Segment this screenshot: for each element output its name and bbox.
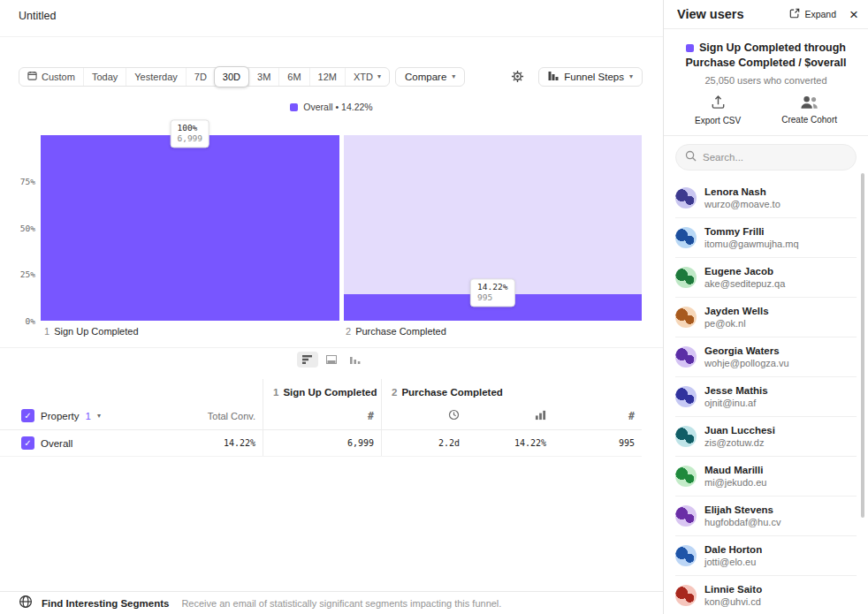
user-row[interactable]: Lenora Nashwurzo@moave.to: [675, 178, 857, 218]
select-all-checkbox[interactable]: ✓: [21, 409, 34, 422]
date-range-control: Custom Today Yesterday 7D 30D 3M 6M 12M …: [19, 67, 390, 87]
user-row[interactable]: Eugene Jacobake@seditepuz.qa: [675, 258, 857, 298]
chart-legend: Overall • 14.22%: [0, 102, 663, 112]
time-to-convert-icon: [448, 409, 460, 422]
compare-button[interactable]: Compare ▾: [395, 67, 465, 87]
x-axis: 1Sign Up Completed 2Purchase Completed: [0, 326, 663, 338]
range-custom-label: Custom: [42, 72, 75, 82]
range-12m-button[interactable]: 12M: [309, 68, 345, 86]
export-csv-label: Export CSV: [695, 116, 741, 125]
funnel-bar-step2-fill: 14.22% 995: [344, 294, 643, 321]
user-search[interactable]: [675, 144, 857, 171]
avatar: [675, 187, 697, 208]
range-custom-button[interactable]: Custom: [19, 68, 83, 86]
range-3m-button[interactable]: 3M: [248, 68, 278, 86]
panel-actions: Export CSV Create Cohort: [664, 86, 868, 136]
chevron-down-icon[interactable]: ▾: [97, 412, 101, 420]
plot-area: 100% 6,999 14.22% 995: [41, 135, 642, 321]
toolbar: Custom Today Yesterday 7D 30D 3M 6M 12M …: [19, 66, 643, 87]
app-root: Untitled Custom Today Yesterday 7D 30D 3…: [0, 0, 868, 614]
report-title[interactable]: Untitled: [19, 10, 56, 22]
total-conv-header: Total Conv.: [177, 402, 263, 429]
cell-step2-count: 995: [553, 430, 642, 456]
settings-gear-icon[interactable]: [511, 70, 524, 83]
y-axis-tick: 25%: [0, 269, 35, 279]
cell-step1-count: 6,999: [263, 430, 381, 456]
table-header-row: ✓ Property 1 ▾ Total Conv. # #: [0, 402, 642, 430]
expand-label: Expand: [804, 9, 836, 19]
user-row[interactable]: Jesse Mathisojnit@inu.af: [675, 377, 857, 417]
user-row[interactable]: Dale Hortonjotti@elo.eu: [675, 536, 857, 576]
user-row[interactable]: Georgia Waterswohje@pollogza.vu: [675, 337, 857, 377]
x-axis-label-step2: 2Purchase Completed: [346, 326, 446, 337]
cell-step2-time: 2.2d: [381, 430, 467, 456]
range-yesterday-button[interactable]: Yesterday: [126, 68, 186, 86]
chevron-down-icon: ▾: [629, 72, 633, 80]
group-header-step1: 1 Sign Up Completed: [263, 379, 381, 402]
avatar: [675, 585, 697, 606]
expand-icon: [789, 8, 800, 20]
chart-controls: Funnel Steps ▾: [511, 67, 643, 87]
y-axis-tick: 0%: [0, 316, 35, 326]
funnel-swatch: [686, 44, 694, 52]
user-row[interactable]: Jayden Wellspe@ok.nl: [675, 298, 857, 337]
user-row[interactable]: Juan Lucchesizis@zotuw.dz: [675, 417, 857, 457]
property-label[interactable]: Property: [41, 411, 79, 421]
range-xtd-button[interactable]: XTD ▾: [345, 68, 389, 86]
find-segments-link[interactable]: Find Interesting Segments: [42, 598, 169, 609]
bar-pct: 100%: [177, 123, 202, 133]
user-list: Lenora Nashwurzo@moave.to Tommy Frilliit…: [664, 178, 868, 614]
range-7d-button[interactable]: 7D: [186, 68, 215, 86]
search-section: [664, 136, 868, 178]
funnel-chart: 75% 50% 25% 0% 100% 6,999 14.22%: [0, 135, 663, 322]
segments-globe-icon: [19, 595, 33, 612]
y-axis-tick: 75%: [0, 177, 35, 186]
cell-step2-conv: 14.22%: [467, 430, 553, 456]
panel-title: View users: [677, 7, 744, 21]
close-icon[interactable]: ×: [849, 7, 858, 22]
avatar: [675, 386, 697, 407]
avatar: [675, 466, 697, 487]
row-label: Overall: [41, 438, 72, 449]
chevron-down-icon: ▾: [452, 72, 455, 80]
user-row[interactable]: Linnie Saitokon@uhvi.cd: [675, 576, 857, 614]
create-cohort-button[interactable]: Create Cohort: [781, 94, 837, 125]
avatar: [675, 545, 697, 566]
bar-value-label: 14.22% 995: [470, 279, 514, 307]
user-row[interactable]: Maud Marillimi@jekudo.eu: [675, 457, 857, 497]
user-row[interactable]: Elijah Stevenshugfobdaf@hu.cv: [675, 497, 857, 536]
range-6m-button[interactable]: 6M: [278, 68, 308, 86]
expand-button[interactable]: Expand: [789, 8, 836, 20]
count-icon: #: [368, 410, 374, 422]
view-vertical-bars-button[interactable]: [345, 352, 366, 368]
conversion-rate-icon: [535, 409, 546, 422]
scrollbar[interactable]: [861, 173, 864, 518]
avatar: [675, 346, 697, 368]
segments-footer: Find Interesting Segments Receive an ema…: [0, 591, 663, 614]
view-users-panel: View users Expand × Sign Up Completed th…: [663, 0, 868, 614]
funnel-bar-step1[interactable]: 100% 6,999: [41, 135, 339, 321]
avatar: [675, 227, 697, 248]
chart-view-toggles: [0, 347, 663, 371]
create-cohort-label: Create Cohort: [781, 115, 837, 125]
view-horizontal-bars-button[interactable]: [297, 352, 318, 368]
title-bar: Untitled: [0, 0, 663, 37]
avatar: [675, 505, 697, 527]
legend-label: Overall • 14.22%: [303, 102, 372, 112]
view-stacked-button[interactable]: [321, 352, 342, 368]
funnel-steps-button[interactable]: Funnel Steps ▾: [538, 67, 643, 87]
funnel-bar-step2[interactable]: 14.22% 995: [344, 135, 643, 321]
legend-swatch: [290, 103, 298, 111]
search-input[interactable]: [703, 152, 847, 163]
panel-subtitle: Sign Up Completed through Purchase Compl…: [685, 42, 846, 69]
user-row[interactable]: Tommy Frilliitomu@gawmujha.mq: [675, 218, 857, 258]
group-header-step2: 2 Purchase Completed: [381, 379, 642, 402]
row-checkbox[interactable]: ✓: [21, 436, 34, 450]
range-30d-button[interactable]: 30D: [214, 66, 249, 87]
table-group-header-row: 1 Sign Up Completed 2 Purchase Completed: [0, 379, 642, 402]
range-xtd-label: XTD: [354, 72, 373, 82]
range-today-button[interactable]: Today: [83, 68, 126, 86]
table-row-overall[interactable]: ✓ Overall 14.22% 6,999 2.2d 14.22% 995: [0, 430, 642, 457]
export-csv-button[interactable]: Export CSV: [695, 94, 741, 125]
funnel-steps-label: Funnel Steps: [564, 72, 624, 82]
